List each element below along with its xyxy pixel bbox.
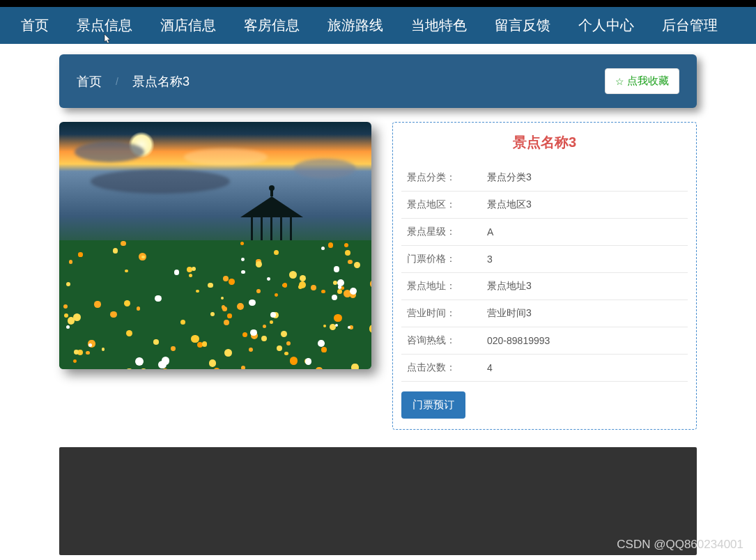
star-icon: ☆ <box>615 76 624 87</box>
nav-attractions[interactable]: 景点信息 <box>63 7 146 44</box>
content-area <box>59 447 697 555</box>
info-label: 景点星级： <box>401 219 481 246</box>
info-label: 点击次数： <box>401 355 481 382</box>
table-row: 门票价格：3 <box>401 246 688 273</box>
attraction-image <box>59 122 371 369</box>
table-row: 营业时间：营业时间3 <box>401 300 688 327</box>
breadcrumb-separator: / <box>116 76 118 87</box>
favorite-button[interactable]: ☆ 点我收藏 <box>605 68 679 94</box>
info-label: 营业时间： <box>401 300 481 327</box>
nav-routes[interactable]: 旅游路线 <box>314 7 397 44</box>
table-row: 景点星级：A <box>401 219 688 246</box>
nav-profile[interactable]: 个人中心 <box>564 7 648 44</box>
info-value: 营业时间3 <box>481 300 688 327</box>
info-label: 咨询热线： <box>401 327 481 355</box>
main-navbar: 首页 景点信息 酒店信息 客房信息 旅游路线 当地特色 留言反馈 个人中心 后台… <box>0 7 756 44</box>
attraction-title: 景点名称3 <box>401 133 688 152</box>
info-label: 景点分类： <box>401 164 481 192</box>
attraction-info-panel: 景点名称3 景点分类：景点分类3 景点地区：景点地区3 景点星级：A 门票价格：… <box>392 122 697 430</box>
favorite-label: 点我收藏 <box>627 75 669 88</box>
book-ticket-button[interactable]: 门票预订 <box>401 391 465 419</box>
table-row: 景点地区：景点地区3 <box>401 192 688 219</box>
nav-feedback[interactable]: 留言反馈 <box>481 7 564 44</box>
info-value: 景点地址3 <box>481 273 688 300</box>
nav-local[interactable]: 当地特色 <box>397 7 481 44</box>
top-black-bar <box>0 0 756 7</box>
breadcrumb: 首页 / 景点名称3 <box>77 73 190 90</box>
info-label: 景点地址： <box>401 273 481 300</box>
nav-home[interactable]: 首页 <box>7 7 63 44</box>
breadcrumb-home[interactable]: 首页 <box>77 73 102 90</box>
watermark: CSDN @QQ860234001 <box>617 538 743 552</box>
info-label: 景点地区： <box>401 192 481 219</box>
info-value: 3 <box>481 246 688 273</box>
table-row: 景点分类：景点分类3 <box>401 164 688 192</box>
breadcrumb-bar: 首页 / 景点名称3 ☆ 点我收藏 <box>59 54 697 108</box>
table-row: 点击次数：4 <box>401 355 688 382</box>
info-value: 020-89819993 <box>481 327 688 355</box>
info-table: 景点分类：景点分类3 景点地区：景点地区3 景点星级：A 门票价格：3 景点地址… <box>401 164 688 382</box>
info-value: 景点分类3 <box>481 164 688 192</box>
info-label: 门票价格： <box>401 246 481 273</box>
nav-hotels[interactable]: 酒店信息 <box>146 7 230 44</box>
info-value: A <box>481 219 688 246</box>
info-value: 4 <box>481 355 688 382</box>
nav-rooms[interactable]: 客房信息 <box>230 7 314 44</box>
nav-admin[interactable]: 后台管理 <box>648 7 732 44</box>
table-row: 咨询热线：020-89819993 <box>401 327 688 355</box>
table-row: 景点地址：景点地址3 <box>401 273 688 300</box>
breadcrumb-current: 景点名称3 <box>132 73 190 90</box>
info-value: 景点地区3 <box>481 192 688 219</box>
